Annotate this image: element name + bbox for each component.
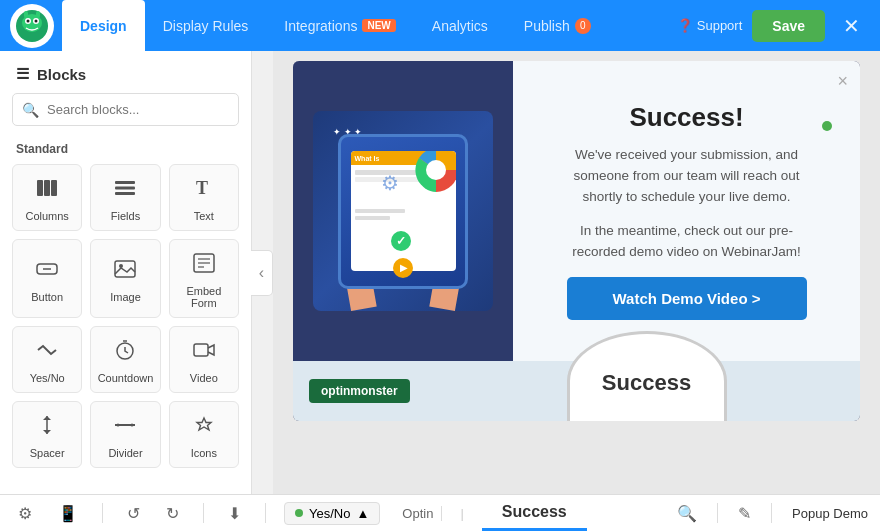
bottom-bar: ⚙ 📱 ↺ ↻ ⬇ Yes/No ▲ Optin | Success 🔍 ✎ P… [0,494,880,531]
divider [717,503,718,523]
svg-rect-26 [194,344,208,356]
optinmonster-logo: optinmonster [309,379,410,403]
embed-form-icon [193,252,215,279]
block-countdown-label: Countdown [98,372,154,384]
success-title: Success! [629,102,743,133]
popup-left-illustration: ✦ ✦ ✦ ⚑ What Is [293,61,513,361]
icons-icon [193,414,215,441]
spacer-icon [36,414,58,441]
svg-rect-6 [24,11,28,18]
tab-display-rules[interactable]: Display Rules [145,0,267,51]
block-columns[interactable]: Columns [12,164,82,231]
block-image-label: Image [110,291,141,303]
close-button[interactable]: ✕ [835,14,868,38]
sidebar: ☰ Blocks 🔍 Standard Columns Fields [0,51,252,494]
block-columns-label: Columns [25,210,68,222]
block-icons[interactable]: Icons [169,401,239,468]
download-icon[interactable]: ⬇ [222,502,247,525]
svg-point-30 [131,424,134,427]
divider2 [771,503,772,523]
sidebar-search-wrap: 🔍 [0,93,251,138]
nav-right-actions: ❓ Support Save ✕ [677,10,868,42]
block-icons-label: Icons [191,447,217,459]
support-button[interactable]: ❓ Support [677,18,743,33]
sidebar-collapse-button[interactable]: ‹ [251,250,273,296]
blocks-icon: ☰ [16,65,29,83]
popup-footer: optinmonster Success [293,361,860,421]
logo-icon [15,9,49,43]
success-tab[interactable]: Success [482,495,587,531]
block-text[interactable]: T Text [169,164,239,231]
canvas-area: ✦ ✦ ✦ ⚑ What Is [273,51,880,494]
block-fields-label: Fields [111,210,140,222]
publish-badge: 0 [575,18,591,34]
section-standard-label: Standard [0,138,251,164]
popup-demo-label: Popup Demo [792,506,868,521]
sidebar-header: ☰ Blocks [0,51,251,93]
success-circle-tab: Success [567,331,727,421]
svg-text:T: T [196,178,208,198]
block-embed-form[interactable]: Embed Form [169,239,239,318]
divider-icon [114,414,136,441]
watch-demo-button[interactable]: Watch Demo Video > [567,277,807,320]
button-icon [36,258,58,285]
svg-point-4 [27,19,30,22]
save-button[interactable]: Save [752,10,825,42]
success-text-2: In the meantime, check out our pre-recor… [557,221,817,263]
illustration-container: ✦ ✦ ✦ ⚑ What Is [313,111,493,311]
bottom-edit-icon[interactable]: ✎ [738,504,751,523]
search-input[interactable] [12,93,239,126]
mobile-icon[interactable]: 📱 [52,502,84,525]
popup-right-content: × Success! We've received your submissio… [513,61,860,361]
svg-point-32 [426,160,446,180]
block-video-label: Video [190,372,218,384]
svg-rect-13 [115,192,135,195]
block-spacer[interactable]: Spacer [12,401,82,468]
bottom-search-icon[interactable]: 🔍 [677,504,697,523]
yes-no-icon [36,339,58,366]
columns-icon [36,177,58,204]
tab-integrations[interactable]: Integrations NEW [266,0,414,51]
svg-rect-9 [44,180,50,196]
nav-tabs: Design Display Rules Integrations NEW An… [62,0,677,51]
blocks-grid: Columns Fields T Text Button [0,164,251,468]
image-icon [114,258,136,285]
block-video[interactable]: Video [169,326,239,393]
block-button[interactable]: Button [12,239,82,318]
block-divider-label: Divider [108,447,142,459]
fields-icon [114,177,136,204]
popup-close-button[interactable]: × [837,71,848,92]
svg-rect-10 [51,180,57,196]
status-dot [822,121,832,131]
undo-icon[interactable]: ↺ [121,502,146,525]
tab-design[interactable]: Design [62,0,145,51]
success-text-1: We've received your submission, and some… [557,145,817,208]
block-button-label: Button [31,291,63,303]
block-divider[interactable]: Divider [90,401,160,468]
question-icon: ❓ [677,18,693,33]
block-yes-no[interactable]: Yes/No [12,326,82,393]
svg-rect-8 [37,180,43,196]
optin-tab[interactable]: Optin [394,506,442,521]
redo-icon[interactable]: ↻ [160,502,185,525]
block-yes-no-label: Yes/No [30,372,65,384]
video-icon [193,339,215,366]
svg-rect-12 [115,187,135,190]
tab-analytics[interactable]: Analytics [414,0,506,51]
block-spacer-label: Spacer [30,447,65,459]
block-image[interactable]: Image [90,239,160,318]
block-fields[interactable]: Fields [90,164,160,231]
block-text-label: Text [194,210,214,222]
search-icon: 🔍 [22,102,39,118]
yes-no-indicator[interactable]: Yes/No ▲ [284,502,380,525]
tab-publish[interactable]: Publish 0 [506,0,609,51]
svg-point-5 [35,19,38,22]
countdown-icon [114,339,136,366]
status-green-dot [295,509,303,517]
text-icon: T [193,177,215,204]
top-nav: Design Display Rules Integrations NEW An… [0,0,880,51]
settings-icon[interactable]: ⚙ [12,502,38,525]
svg-point-29 [117,424,120,427]
main-layout: ☰ Blocks 🔍 Standard Columns Fields [0,51,880,494]
block-countdown[interactable]: Countdown [90,326,160,393]
